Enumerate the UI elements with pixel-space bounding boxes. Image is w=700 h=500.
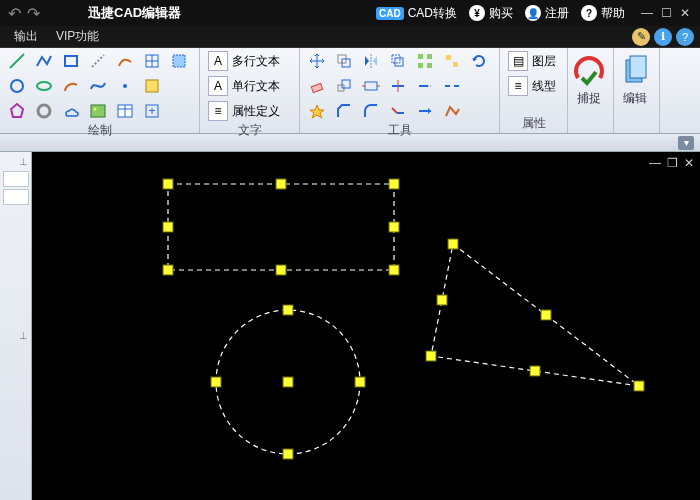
grip-handle[interactable]: [389, 222, 399, 232]
pin-icon[interactable]: ⟂: [20, 329, 27, 341]
explode-tool[interactable]: [306, 100, 328, 122]
ray-tool[interactable]: [87, 50, 109, 72]
grip-handle[interactable]: [283, 305, 293, 315]
layer-button[interactable]: ▤图层: [506, 50, 561, 72]
grip-handle[interactable]: [541, 310, 551, 320]
note-icon[interactable]: ✎: [632, 28, 650, 46]
grip-handle[interactable]: [437, 295, 447, 305]
donut-tool[interactable]: [33, 100, 55, 122]
yen-icon: ¥: [469, 5, 485, 21]
lengthen-tool[interactable]: [414, 100, 436, 122]
layer-label: 图层: [532, 53, 556, 70]
svg-text:+: +: [148, 104, 155, 118]
selected-rectangle[interactable]: [168, 184, 394, 270]
pin-icon[interactable]: ⟂: [20, 155, 27, 167]
svg-point-14: [94, 108, 97, 111]
grip-handle[interactable]: [530, 366, 540, 376]
copy-tool[interactable]: [333, 50, 355, 72]
svg-rect-25: [395, 58, 403, 66]
region-tool[interactable]: [168, 50, 190, 72]
attrdef-button[interactable]: ≡属性定义: [206, 100, 293, 122]
chamfer-tool[interactable]: [333, 100, 355, 122]
spline-tool[interactable]: [87, 75, 109, 97]
redo-icon[interactable]: ↷: [27, 4, 40, 23]
grip-handle[interactable]: [355, 377, 365, 387]
table-tool[interactable]: [114, 100, 136, 122]
menu-vip[interactable]: VIP功能: [56, 28, 99, 45]
edit-poly-tool[interactable]: [441, 100, 463, 122]
selected-triangle[interactable]: [431, 244, 639, 386]
titlebar: ↶ ↷ 迅捷CAD编辑器 CAD CAD转换 ¥ 购买 👤 注册 ? 帮助 — …: [0, 0, 700, 26]
block-tool[interactable]: [141, 75, 163, 97]
svg-rect-10: [146, 80, 158, 92]
circle-tool[interactable]: [6, 75, 28, 97]
linetype-button[interactable]: ≡线型: [506, 75, 561, 97]
join-tool[interactable]: [387, 100, 409, 122]
hatch-tool[interactable]: [141, 50, 163, 72]
ellipse-tool[interactable]: [33, 75, 55, 97]
question-icon[interactable]: ?: [676, 28, 694, 46]
undo-icon[interactable]: ↶: [8, 4, 21, 23]
align-tool[interactable]: [441, 50, 463, 72]
grip-handle[interactable]: [163, 222, 173, 232]
line-tool[interactable]: [6, 50, 28, 72]
capture-button[interactable]: 捕捉: [568, 48, 610, 107]
svg-rect-51: [630, 56, 646, 78]
cloud-tool[interactable]: [60, 100, 82, 122]
svg-rect-1: [65, 56, 77, 66]
panel-tab[interactable]: [3, 189, 29, 205]
stretch-tool[interactable]: [360, 75, 382, 97]
grip-handle[interactable]: [448, 239, 458, 249]
trim-tool[interactable]: [387, 75, 409, 97]
grip-handle[interactable]: [283, 449, 293, 459]
point-tool[interactable]: [114, 75, 136, 97]
info-icon[interactable]: ℹ: [654, 28, 672, 46]
grip-handle[interactable]: [163, 179, 173, 189]
mirror-tool[interactable]: [360, 50, 382, 72]
panel-tab[interactable]: [3, 171, 29, 187]
erase-tool[interactable]: [306, 75, 328, 97]
offset-tool[interactable]: [387, 50, 409, 72]
minimize-button[interactable]: —: [641, 6, 653, 20]
rotate-tool[interactable]: [468, 50, 490, 72]
ribbon-collapse-button[interactable]: ▾: [678, 136, 694, 150]
maximize-button[interactable]: ☐: [661, 6, 672, 20]
grip-handle[interactable]: [283, 377, 293, 387]
svg-marker-11: [11, 104, 23, 117]
fillet-tool[interactable]: [360, 100, 382, 122]
grip-handle[interactable]: [163, 265, 173, 275]
grip-handle[interactable]: [426, 351, 436, 361]
close-button[interactable]: ✕: [680, 6, 690, 20]
svg-marker-23: [373, 56, 377, 66]
scale-tool[interactable]: [333, 75, 355, 97]
rectangle-tool[interactable]: [60, 50, 82, 72]
polygon-tool[interactable]: [6, 100, 28, 122]
register-link[interactable]: 👤 注册: [525, 5, 569, 22]
break-tool[interactable]: [441, 75, 463, 97]
sketch-tool[interactable]: [114, 50, 136, 72]
image-tool[interactable]: [87, 100, 109, 122]
grip-handle[interactable]: [211, 377, 221, 387]
move-tool[interactable]: [306, 50, 328, 72]
cad-convert-link[interactable]: CAD CAD转换: [376, 5, 457, 22]
menu-output[interactable]: 输出: [14, 28, 38, 45]
mtext-button[interactable]: A多行文本: [206, 50, 293, 72]
menubar: 输出 VIP功能 ✎ ℹ ?: [0, 26, 700, 48]
insert-tool[interactable]: +: [141, 100, 163, 122]
edit-button[interactable]: 编辑: [614, 48, 656, 107]
buy-link[interactable]: ¥ 购买: [469, 5, 513, 22]
drawing-canvas[interactable]: — ❐ ✕: [32, 152, 700, 500]
array-tool[interactable]: [414, 50, 436, 72]
grip-handle[interactable]: [389, 179, 399, 189]
arc-tool[interactable]: [60, 75, 82, 97]
grip-handle[interactable]: [276, 265, 286, 275]
linetype-label: 线型: [532, 78, 556, 95]
grip-handle[interactable]: [276, 179, 286, 189]
grip-handle[interactable]: [389, 265, 399, 275]
svg-point-7: [11, 80, 23, 92]
help-link[interactable]: ? 帮助: [581, 5, 625, 22]
stext-button[interactable]: A单行文本: [206, 75, 293, 97]
grip-handle[interactable]: [634, 381, 644, 391]
polyline-tool[interactable]: [33, 50, 55, 72]
extend-tool[interactable]: [414, 75, 436, 97]
